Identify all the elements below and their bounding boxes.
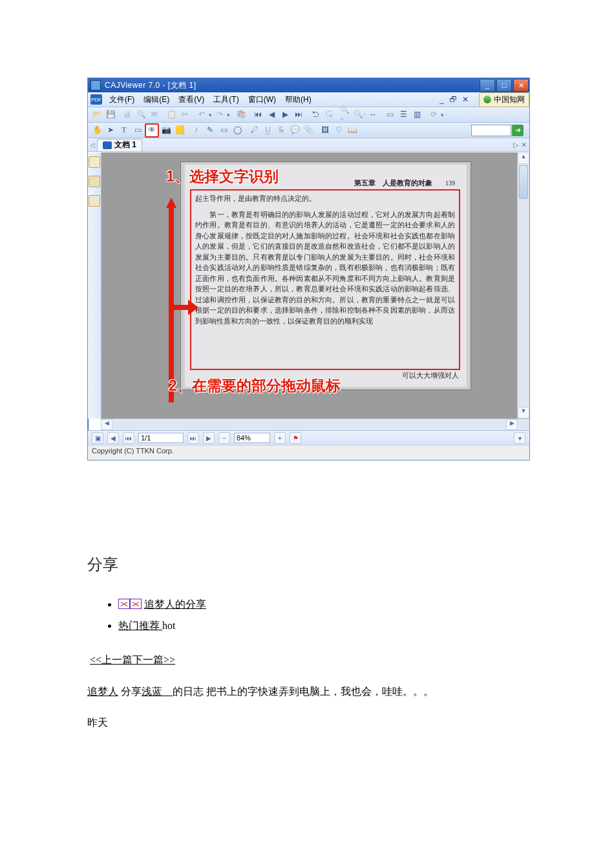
pointer-tool-icon[interactable]: ➤ [104, 124, 117, 137]
status-dropdown-icon[interactable]: ▾ [514, 432, 525, 444]
author-link[interactable]: 追梦人 [87, 686, 118, 697]
tab-scroll-left-icon[interactable]: ◁ [88, 141, 97, 149]
pdf-mini-icon [103, 141, 112, 149]
rotate-icon[interactable]: ⟳ [427, 108, 440, 121]
layout-mode-icon[interactable]: ▣ [92, 432, 103, 444]
stamp-icon[interactable]: 🟨 [173, 124, 186, 137]
document-page: 第五章 人是教育的对象139 起主导作用，是由教育的特点决定的。 第一，教育是有… [180, 161, 471, 390]
like-icon[interactable]: ♡ [332, 124, 345, 137]
back-icon[interactable]: ⮌ [309, 108, 322, 121]
book-icon[interactable]: 📚 [235, 108, 248, 121]
tab-scroll-right-icon[interactable]: ▷ [513, 141, 518, 149]
mdi-restore-button[interactable]: 🗗 [447, 95, 460, 104]
find-icon[interactable]: 🔍 [134, 108, 147, 121]
mdi-close-button[interactable]: ✕ [460, 95, 471, 104]
ocr-tool-icon[interactable]: 👁 [145, 123, 159, 138]
undo-icon[interactable]: ↶ [195, 108, 208, 121]
note-icon[interactable]: 💬 [288, 124, 301, 137]
print-icon[interactable]: 🖨 [121, 108, 134, 121]
horizontal-scrollbar[interactable]: ◀ ▶ [101, 418, 529, 430]
hand-tool-icon[interactable]: ✋ [90, 124, 103, 137]
prev-link[interactable]: <<上一篇 [90, 654, 132, 665]
pdf-icon: PDF [90, 94, 102, 105]
page-first-icon[interactable]: ⏮ [123, 432, 134, 444]
mdi-minimize-button[interactable]: _ [437, 95, 447, 104]
zoom-field[interactable] [234, 433, 270, 443]
zoom-in-btn-icon[interactable]: + [274, 432, 286, 444]
zoom-in-icon[interactable]: 🔍+ [339, 108, 352, 121]
zoom-out-icon[interactable]: 🔍- [353, 108, 366, 121]
chapter-header: 第五章 人是教育的对象139 [354, 178, 455, 189]
page-last-icon[interactable]: ⏭ [187, 432, 199, 444]
snapshot-icon[interactable]: 📷 [160, 124, 173, 137]
layout-single-icon[interactable]: ▭ [383, 108, 396, 121]
page-next-icon[interactable]: ▶ [203, 432, 215, 444]
menu-window[interactable]: 窗口(W) [244, 93, 281, 107]
scroll-up-icon[interactable]: ▲ [518, 152, 529, 164]
cnki-link[interactable]: 中国知网 [479, 92, 529, 107]
my-shares-link[interactable]: 追梦人的分享 [144, 599, 206, 610]
scroll-thumb[interactable] [519, 165, 528, 199]
open-icon[interactable]: 📂 [90, 108, 103, 121]
ellipse-icon[interactable]: ◯ [231, 124, 244, 137]
scroll-right-icon[interactable]: ▶ [506, 419, 518, 430]
go-button[interactable]: ➔ [512, 125, 524, 136]
toolbar-2: ✋ ➤ T ▭ 👁 📷 🟨 / ✎ ▭ ◯ 🖍 U̲ S̶ 💬 📎 🖼 ♡ 📖 … [88, 123, 529, 138]
minimize-button[interactable]: _ [480, 79, 495, 92]
text-select-icon[interactable]: T [118, 124, 131, 137]
canvas[interactable]: 第五章 人是教育的对象139 起主导作用，是由教育的特点决定的。 第一，教育是有… [101, 152, 517, 418]
next-link[interactable]: 下一篇>> [132, 654, 175, 665]
image-icon[interactable]: 🖼 [319, 124, 332, 137]
article-region: 分享 追梦人的分享 热门推荐 hot <<上一篇下一篇>> 追梦人 分享浅蓝 的… [87, 551, 530, 732]
side-thumbs-icon[interactable] [89, 176, 100, 187]
rect-icon[interactable]: ▭ [217, 124, 230, 137]
menu-help[interactable]: 帮助(H) [281, 93, 316, 107]
doc-body-text: 第一，教育是有明确目的的影响人发展的活动过程，它对人的发展方向起着制约作用。教育… [191, 207, 459, 329]
page-prev-icon[interactable]: ◀ [107, 432, 119, 444]
prev-page-icon[interactable]: ◀ [265, 108, 278, 121]
attach-icon[interactable]: 📎 [302, 124, 315, 137]
menu-view[interactable]: 查看(V) [174, 93, 209, 107]
copy-icon[interactable]: 📋 [165, 108, 178, 121]
tab-close-icon[interactable]: ✕ [521, 141, 527, 149]
source-link[interactable]: 浅蓝 [142, 686, 173, 697]
side-annot-icon[interactable] [89, 195, 100, 207]
highlight-icon[interactable]: 🖍 [248, 124, 260, 137]
status-flag-icon[interactable]: ⚑ [290, 432, 301, 444]
menu-file[interactable]: 文件(F) [105, 93, 139, 107]
doc-tab[interactable]: 文档 1 [97, 139, 142, 151]
zoom-fit-icon[interactable]: ↔ [366, 108, 379, 121]
annotation-arrow-head-icon [188, 300, 198, 315]
layout-facing-icon[interactable]: ▥ [410, 108, 423, 121]
share-heading: 分享 [87, 551, 530, 579]
vertical-scrollbar[interactable]: ▲ ▼ [517, 152, 529, 418]
first-page-icon[interactable]: ⏮ [251, 108, 264, 121]
mail-icon[interactable]: ✉ [148, 108, 161, 121]
ocr-selection-box: 起主导作用，是由教育的特点决定的。 第一，教育是有明确目的的影响人发展的活动过程… [190, 189, 460, 370]
style-combo[interactable] [471, 125, 511, 136]
save-icon[interactable]: 💾 [104, 108, 117, 121]
redo-icon[interactable]: ↷ [213, 108, 226, 121]
strike-icon[interactable]: S̶ [275, 124, 288, 137]
line-icon[interactable]: / [190, 124, 203, 137]
menu-tools[interactable]: 工具(T) [209, 93, 243, 107]
next-page-icon[interactable]: ▶ [279, 108, 291, 121]
page-field[interactable] [138, 433, 184, 443]
area-select-icon[interactable]: ▭ [131, 124, 144, 137]
pencil-icon[interactable]: ✎ [204, 124, 217, 137]
last-page-icon[interactable]: ⏭ [292, 108, 305, 121]
layout-cont-icon[interactable]: ☰ [397, 108, 410, 121]
doc-tabstrip: ◁ 文档 1 ▷ ✕ [88, 138, 529, 152]
scroll-down-icon[interactable]: ▼ [518, 407, 529, 418]
hot-link[interactable]: 热门推荐 [118, 620, 162, 631]
menu-edit[interactable]: 编辑(E) [139, 93, 174, 107]
underline-icon[interactable]: U̲ [261, 124, 274, 137]
zoom-out-btn-icon[interactable]: − [218, 432, 230, 444]
scroll-left-icon[interactable]: ◀ [101, 419, 112, 430]
side-bookmark-icon[interactable] [89, 156, 100, 168]
forward-icon[interactable]: ⮎ [323, 108, 335, 121]
dict-icon[interactable]: 📖 [346, 124, 359, 137]
maximize-button[interactable]: □ [496, 79, 512, 92]
cut-icon[interactable]: ✂ [178, 108, 191, 121]
close-button[interactable]: ✕ [513, 79, 529, 92]
